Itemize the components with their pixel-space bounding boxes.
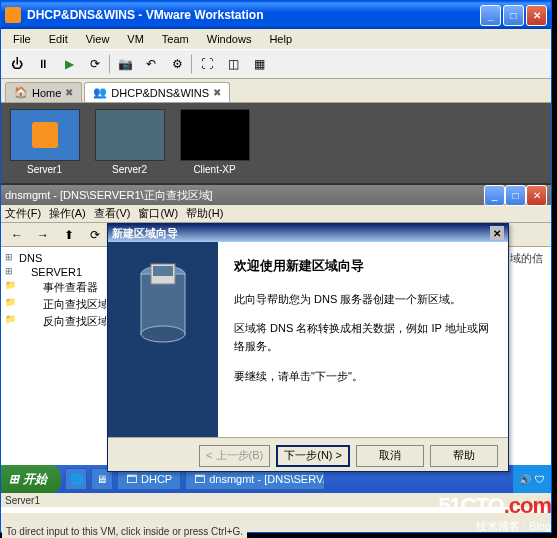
home-icon: 🏠 — [14, 86, 28, 99]
menu-edit[interactable]: Edit — [41, 31, 76, 47]
wizard-text-3: 要继续，请单击"下一步"。 — [234, 368, 492, 386]
tray-icon: 🛡 — [535, 474, 545, 485]
task-label: dnsmgmt - [DNS\SERV... — [209, 473, 325, 485]
power-on-button[interactable]: ▶ — [57, 52, 81, 76]
window-title: DHCP&DNS&WINS - VMware Workstation — [27, 8, 480, 22]
manage-button[interactable]: ⚙ — [165, 52, 189, 76]
forward-button[interactable]: → — [31, 223, 55, 247]
up-button[interactable]: ⬆ — [57, 223, 81, 247]
dnsmgmt-titlebar: dnsmgmt - [DNS\SERVER1\正向查找区域] _ □ ✕ — [1, 185, 551, 205]
tree-root-dns[interactable]: DNS — [5, 251, 106, 265]
revert-button[interactable]: ↶ — [139, 52, 163, 76]
minimize-button[interactable]: _ — [480, 5, 501, 26]
server-icon — [133, 262, 193, 352]
back-button[interactable]: ← — [5, 223, 29, 247]
thumb-label: Client-XP — [193, 164, 235, 175]
vm-thumb-client[interactable]: Client-XP — [177, 109, 252, 177]
wizard-heading: 欢迎使用新建区域向导 — [234, 256, 492, 277]
wizard-graphic — [108, 242, 218, 437]
menu-action[interactable]: 操作(A) — [49, 206, 86, 221]
menu-team[interactable]: Team — [154, 31, 197, 47]
tree-forward-zone[interactable]: 正向查找区域 — [5, 296, 106, 313]
menu-view[interactable]: View — [78, 31, 118, 47]
app-icon: 🗔 — [126, 473, 137, 485]
svg-rect-4 — [153, 266, 173, 276]
svg-point-2 — [141, 326, 185, 342]
menu-windows[interactable]: Windows — [199, 31, 260, 47]
cancel-button[interactable]: 取消 — [356, 445, 424, 467]
dnsmgmt-title: dnsmgmt - [DNS\SERVER1\正向查找区域] — [5, 188, 484, 203]
wizard-titlebar: 新建区域向导 ✕ — [108, 224, 508, 242]
menu-file[interactable]: File — [5, 31, 39, 47]
wizard-buttons: < 上一步(B) 下一步(N) > 取消 帮助 — [108, 437, 508, 473]
menu-window[interactable]: 窗口(W) — [138, 206, 178, 221]
wizard-text-2: 区域将 DNS 名称转换成相关数据，例如 IP 地址或网络服务。 — [234, 320, 492, 355]
input-hint: To direct input to this VM, click inside… — [2, 525, 247, 538]
vm-thumbnails: Server1 Server2 Client-XP — [1, 103, 551, 183]
vmware-tabs: 🏠 Home ✖ 👥 DHCP&DNS&WINS ✖ — [1, 79, 551, 103]
vmware-window: DHCP&DNS&WINS - VMware Workstation _ □ ✕… — [0, 0, 552, 533]
watermark-sub: 技术博客 · Blog — [438, 519, 551, 534]
power-off-button[interactable]: ⏻ — [5, 52, 29, 76]
tab-dhcp-dns-wins[interactable]: 👥 DHCP&DNS&WINS ✖ — [84, 82, 230, 102]
guest-maximize-button[interactable]: □ — [505, 185, 526, 206]
refresh-button[interactable]: ⟳ — [83, 223, 107, 247]
tray-icon: 🔊 — [519, 474, 531, 485]
guest-close-button[interactable]: ✕ — [526, 185, 547, 206]
menu-vm[interactable]: VM — [119, 31, 152, 47]
watermark-main: 51CTO.com — [438, 493, 551, 519]
close-icon[interactable]: ✖ — [213, 87, 221, 98]
help-button[interactable]: 帮助 — [430, 445, 498, 467]
vmware-titlebar: DHCP&DNS&WINS - VMware Workstation _ □ ✕ — [1, 1, 551, 29]
fullscreen-button[interactable]: ⛶ — [195, 52, 219, 76]
vm-thumb-server1[interactable]: Server1 — [7, 109, 82, 177]
next-button[interactable]: 下一步(N) > — [276, 445, 350, 467]
tab-home[interactable]: 🏠 Home ✖ — [5, 82, 82, 102]
dns-tree: DNS SERVER1 事件查看器 正向查找区域 反向查找区域 — [1, 247, 111, 417]
watermark: 51CTO.com 技术博客 · Blog — [438, 493, 551, 534]
toolbar-sep-2 — [191, 54, 193, 74]
start-label: 开始 — [23, 471, 47, 488]
guest-vm-area[interactable]: dnsmgmt - [DNS\SERVER1\正向查找区域] _ □ ✕ 文件(… — [1, 183, 551, 513]
unity-button[interactable]: ◫ — [221, 52, 245, 76]
start-button[interactable]: ⊞ 开始 — [1, 465, 61, 493]
quick-launch-ie[interactable]: 🌐 — [65, 468, 87, 490]
wizard-content: 欢迎使用新建区域向导 此向导帮助您为 DNS 服务器创建一个新区域。 区域将 D… — [218, 242, 508, 437]
tree-event-viewer[interactable]: 事件查看器 — [5, 279, 106, 296]
snapshot-button[interactable]: 📷 — [113, 52, 137, 76]
close-button[interactable]: ✕ — [526, 5, 547, 26]
wizard-text-1: 此向导帮助您为 DNS 服务器创建一个新区域。 — [234, 291, 492, 309]
menu-help[interactable]: 帮助(H) — [186, 206, 223, 221]
thumb-label: Server1 — [27, 164, 62, 175]
tree-reverse-zone[interactable]: 反向查找区域 — [5, 313, 106, 330]
vmware-icon — [5, 7, 21, 23]
suspend-button[interactable]: ⏸ — [31, 52, 55, 76]
thumb-preview — [95, 109, 165, 161]
vm-thumb-server2[interactable]: Server2 — [92, 109, 167, 177]
back-button: < 上一步(B) — [199, 445, 270, 467]
thumb-label: Server2 — [112, 164, 147, 175]
vmware-menubar: File Edit View VM Team Windows Help — [1, 29, 551, 49]
app-icon: 🗔 — [194, 473, 205, 485]
menu-view[interactable]: 查看(V) — [94, 206, 131, 221]
vmware-toolbar: ⏻ ⏸ ▶ ⟳ 📷 ↶ ⚙ ⛶ ◫ ▦ — [1, 49, 551, 79]
maximize-button[interactable]: □ — [503, 5, 524, 26]
toolbar-sep — [109, 54, 111, 74]
view-button[interactable]: ▦ — [247, 52, 271, 76]
guest-minimize-button[interactable]: _ — [484, 185, 505, 206]
status-vm-name: Server1 — [5, 495, 40, 506]
task-label: DHCP — [141, 473, 172, 485]
title-controls: _ □ ✕ — [480, 5, 547, 26]
dnsmgmt-menubar: 文件(F) 操作(A) 查看(V) 窗口(W) 帮助(H) — [1, 205, 551, 223]
menu-help[interactable]: Help — [261, 31, 300, 47]
tree-server[interactable]: SERVER1 — [5, 265, 106, 279]
thumb-preview — [10, 109, 80, 161]
reset-button[interactable]: ⟳ — [83, 52, 107, 76]
new-zone-wizard: 新建区域向导 ✕ 欢迎使用新建区域向导 此向导帮助您为 DNS 服务器创建一个新… — [107, 223, 509, 472]
windows-icon: ⊞ — [9, 472, 19, 486]
team-icon: 👥 — [93, 86, 107, 99]
system-tray[interactable]: 🔊 🛡 — [513, 465, 551, 493]
menu-file[interactable]: 文件(F) — [5, 206, 41, 221]
wizard-close-button[interactable]: ✕ — [490, 226, 504, 240]
close-icon[interactable]: ✖ — [65, 87, 73, 98]
